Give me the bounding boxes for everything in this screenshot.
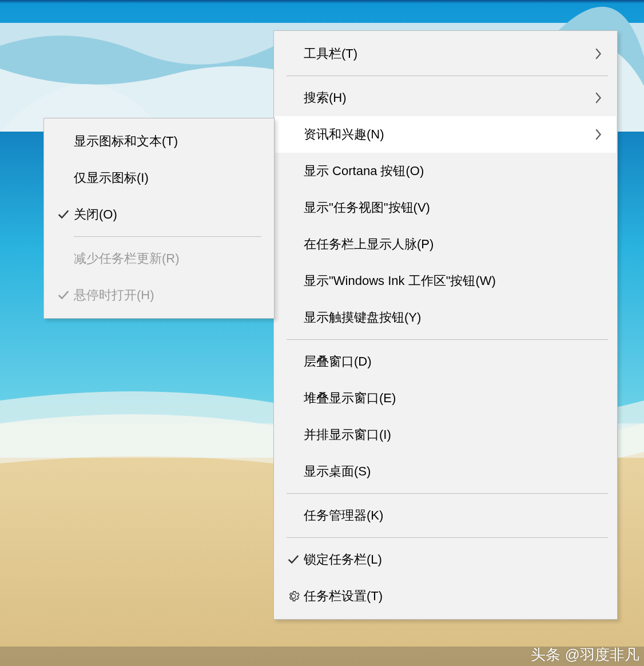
menu-item-show-desktop[interactable]: 显示桌面(S) xyxy=(275,453,616,490)
menu-label: 显示触摸键盘按钮(Y) xyxy=(304,309,606,326)
menu-label: 搜索(H) xyxy=(304,89,594,106)
menu-label: 堆叠显示窗口(E) xyxy=(304,390,606,407)
menu-item-sidebyside-windows[interactable]: 并排显示窗口(I) xyxy=(275,417,616,453)
menu-label: 显示"任务视图"按钮(V) xyxy=(304,199,606,216)
menu-label: 显示"Windows Ink 工作区"按钮(W) xyxy=(304,272,606,290)
gear-icon xyxy=(283,590,304,602)
menu-item-show-windows-ink[interactable]: 显示"Windows Ink 工作区"按钮(W) xyxy=(275,263,616,299)
menu-item-search[interactable]: 搜索(H) xyxy=(275,80,616,116)
menu-item-show-cortana[interactable]: 显示 Cortana 按钮(O) xyxy=(275,153,616,189)
chevron-right-icon xyxy=(594,92,606,104)
menu-label: 任务管理器(K) xyxy=(304,507,606,524)
taskbar-context-menu: 工具栏(T) 搜索(H) 资讯和兴趣(N) 显示 Cortana 按钮(O) 显… xyxy=(273,30,618,620)
menu-item-show-taskview[interactable]: 显示"任务视图"按钮(V) xyxy=(275,189,616,226)
menu-label: 显示图标和文本(T) xyxy=(74,133,263,150)
menu-label: 并排显示窗口(I) xyxy=(304,426,606,443)
submenu-item-icon-only[interactable]: 仅显示图标(I) xyxy=(45,160,273,196)
menu-label: 关闭(O) xyxy=(74,206,263,223)
menu-label: 锁定任务栏(L) xyxy=(304,551,606,568)
menu-label: 悬停时打开(H) xyxy=(74,287,263,304)
check-icon xyxy=(53,289,74,302)
menu-item-show-touch-keyboard[interactable]: 显示触摸键盘按钮(Y) xyxy=(275,299,616,336)
menu-item-lock-taskbar[interactable]: 锁定任务栏(L) xyxy=(275,541,616,578)
submenu-item-reduce-updates: 减少任务栏更新(R) xyxy=(45,240,273,277)
separator xyxy=(287,493,608,494)
watermark-text: 头条 @羽度非凡 xyxy=(531,645,639,665)
menu-label: 显示桌面(S) xyxy=(304,463,606,480)
submenu-item-off[interactable]: 关闭(O) xyxy=(45,196,273,233)
news-interests-submenu: 显示图标和文本(T) 仅显示图标(I) 关闭(O) 减少任务栏更新(R) 悬停时… xyxy=(43,118,275,319)
menu-label: 工具栏(T) xyxy=(304,45,594,62)
chevron-right-icon xyxy=(594,48,606,60)
menu-item-stacked-windows[interactable]: 堆叠显示窗口(E) xyxy=(275,380,616,417)
menu-item-taskbar-settings[interactable]: 任务栏设置(T) xyxy=(275,578,616,615)
menu-label: 任务栏设置(T) xyxy=(304,588,606,605)
menu-label: 显示 Cortana 按钮(O) xyxy=(304,162,606,180)
check-icon xyxy=(53,208,74,221)
menu-item-toolbars[interactable]: 工具栏(T) xyxy=(275,35,616,72)
menu-item-task-manager[interactable]: 任务管理器(K) xyxy=(275,497,616,534)
separator xyxy=(74,236,261,237)
menu-label: 减少任务栏更新(R) xyxy=(74,250,263,267)
check-icon xyxy=(283,553,304,566)
submenu-item-icon-and-text[interactable]: 显示图标和文本(T) xyxy=(45,123,273,160)
menu-item-cascade-windows[interactable]: 层叠窗口(D) xyxy=(275,343,616,380)
menu-label: 层叠窗口(D) xyxy=(304,353,606,370)
menu-label: 仅显示图标(I) xyxy=(74,169,263,187)
menu-label: 在任务栏上显示人脉(P) xyxy=(304,236,606,253)
menu-item-news-interests[interactable]: 资讯和兴趣(N) xyxy=(275,116,616,153)
separator xyxy=(287,537,608,538)
menu-label: 资讯和兴趣(N) xyxy=(304,126,594,143)
chevron-right-icon xyxy=(594,129,606,140)
separator xyxy=(287,76,608,76)
menu-item-show-people[interactable]: 在任务栏上显示人脉(P) xyxy=(275,226,616,263)
submenu-item-open-on-hover: 悬停时打开(H) xyxy=(45,277,273,314)
separator xyxy=(287,339,608,340)
